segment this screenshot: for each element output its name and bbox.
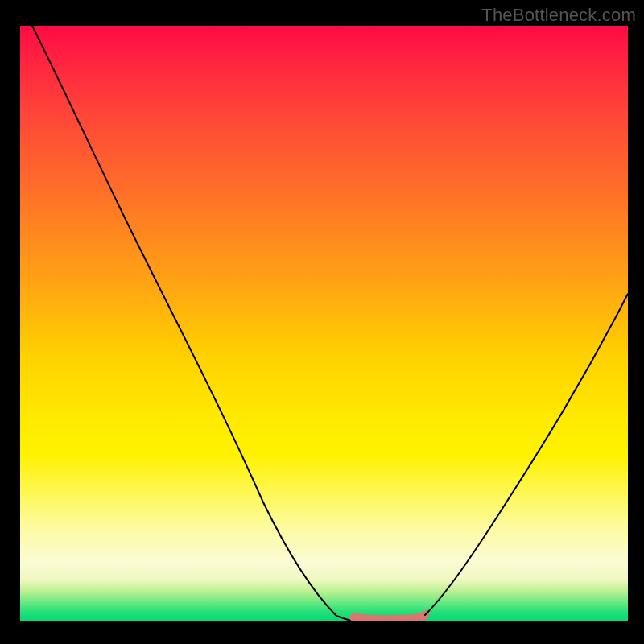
curves-svg <box>20 26 628 621</box>
bottleneck-right-curve <box>425 294 628 615</box>
plot-area <box>20 26 628 621</box>
optimal-band-highlight <box>354 615 425 620</box>
watermark-text: TheBottleneck.com <box>481 5 636 26</box>
chart-container: TheBottleneck.com <box>0 0 644 644</box>
bottleneck-left-curve <box>32 26 354 621</box>
